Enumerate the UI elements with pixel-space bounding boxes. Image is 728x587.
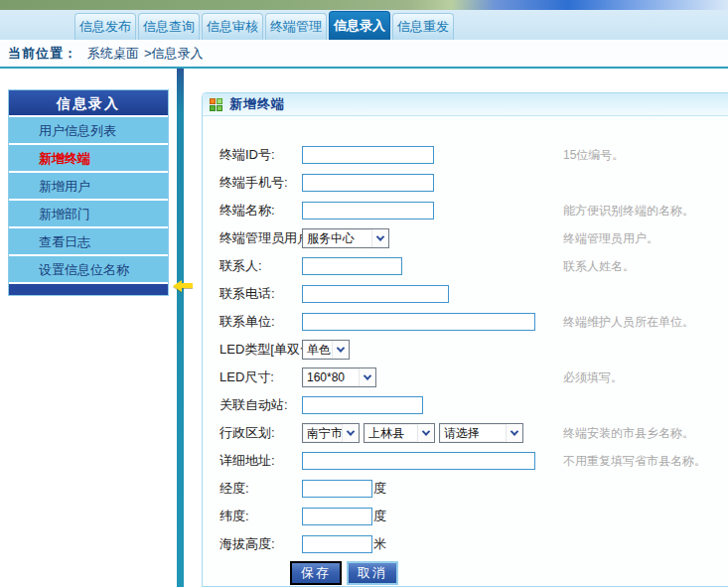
tab-info-query[interactable]: 信息查询: [138, 13, 200, 40]
latitude-field: 度: [302, 508, 563, 525]
admin-region-select-2[interactable]: 上林县: [364, 423, 435, 443]
add-terminal-panel: 新增终端 终端ID号:15位编号。终端手机号:终端名称:能方便识别终端的名称。终…: [202, 92, 728, 587]
contact-unit-input[interactable]: [302, 313, 535, 331]
terminal-admin-label: 终端管理员用户:: [203, 229, 302, 247]
sidebar-item-view-logs[interactable]: 查看日志: [9, 228, 168, 256]
altitude-unit-label: 米: [373, 535, 386, 553]
detail-address-input[interactable]: [302, 452, 535, 470]
terminal-admin-select[interactable]: 服务中心: [302, 228, 389, 248]
contact-phone-input[interactable]: [302, 285, 449, 303]
terminal-id-hint: 15位编号。: [563, 147, 624, 164]
sidebar-title: 信息录入: [9, 90, 168, 117]
contact-phone-field: [302, 285, 563, 303]
breadcrumb-home-link[interactable]: 系统桌面: [87, 46, 139, 61]
terminal-name-hint: 能方便识别终端的名称。: [563, 203, 694, 220]
terminal-name-label: 终端名称:: [203, 202, 302, 220]
admin-region-select-1[interactable]: 南宁市: [302, 423, 360, 443]
breadcrumb-prefix: 当前位置：: [8, 46, 77, 61]
banner-image: [0, 0, 728, 10]
tab-terminal-manage[interactable]: 终端管理: [265, 13, 327, 40]
sidebar-item-add-user[interactable]: 新增用户: [9, 173, 168, 201]
cancel-button[interactable]: 取消: [347, 561, 398, 585]
collapse-arrow-icon[interactable]: [173, 279, 194, 292]
terminal-id-field: [302, 146, 563, 164]
terminal-admin-field: 服务中心: [302, 228, 563, 248]
terminal-name-input[interactable]: [302, 202, 434, 220]
terminal-id-input[interactable]: [302, 146, 434, 164]
tab-info-publish[interactable]: 信息发布: [74, 13, 136, 40]
latitude-input[interactable]: [302, 508, 372, 525]
led-type-select[interactable]: 单色: [302, 340, 350, 360]
led-type-field: 单色: [302, 340, 563, 360]
sidebar-footer-bar: [9, 284, 168, 295]
altitude-field: 米: [302, 535, 563, 553]
panel-header: 新增终端: [203, 93, 728, 116]
form-row-terminal-phone: 终端手机号:: [203, 169, 728, 197]
sidebar-item-set-info-slot-name[interactable]: 设置信息位名称: [9, 256, 168, 284]
form-row-altitude: 海拔高度:米: [203, 530, 728, 558]
contact-person-input[interactable]: [302, 257, 402, 275]
led-size-hint: 必须填写。: [563, 369, 623, 386]
detail-address-hint: 不用重复填写省市县名称。: [563, 453, 706, 470]
form-row-led-type: LED类型[单双色]:单色: [203, 336, 728, 364]
form-row-longitude: 经度:度: [203, 475, 728, 503]
chevron-down-icon: [417, 424, 434, 442]
breadcrumb-separator: >: [144, 46, 152, 61]
contact-unit-label: 联系单位:: [203, 313, 302, 331]
detail-address-field: [302, 452, 563, 470]
admin-region-label: 行政区划:: [203, 424, 302, 442]
led-size-field: 160*80: [302, 367, 563, 387]
form-row-led-size: LED尺寸:160*80必须填写。: [203, 364, 728, 391]
tab-info-entry[interactable]: 信息录入: [329, 11, 390, 40]
sidebar-menu: 信息录入 用户信息列表新增终端新增用户新增部门查看日志设置信息位名称: [8, 89, 169, 296]
tab-info-resend[interactable]: 信息重发: [392, 13, 454, 40]
add-terminal-form: 终端ID号:15位编号。终端手机号:终端名称:能方便识别终端的名称。终端管理员用…: [203, 116, 728, 558]
linked-station-field: [302, 396, 563, 414]
terminal-phone-input[interactable]: [302, 174, 434, 192]
form-row-terminal-admin: 终端管理员用户:服务中心终端管理员用户。: [203, 224, 728, 252]
chevron-down-icon: [506, 424, 522, 442]
form-row-terminal-id: 终端ID号:15位编号。: [203, 141, 728, 169]
led-size-label: LED尺寸:: [203, 368, 302, 386]
form-actions: 保存 取消: [203, 558, 728, 587]
sidebar-item-add-department[interactable]: 新增部门: [9, 201, 168, 228]
selected-value: 上林县: [364, 425, 417, 442]
led-size-select[interactable]: 160*80: [302, 367, 376, 387]
admin-region-hint: 终端安装的市县乡名称。: [563, 425, 694, 442]
latitude-label: 纬度:: [203, 508, 302, 525]
admin-region-select-3[interactable]: 请选择: [439, 423, 523, 443]
form-row-terminal-name: 终端名称:能方便识别终端的名称。: [203, 197, 728, 224]
terminal-phone-field: [302, 174, 563, 192]
terminal-id-label: 终端ID号:: [203, 146, 302, 164]
top-tab-bar: 信息发布信息查询信息审核终端管理信息录入信息重发: [0, 10, 728, 40]
terminal-admin-hint: 终端管理员用户。: [563, 230, 658, 247]
admin-region-field: 南宁市上林县请选择: [302, 423, 563, 443]
altitude-label: 海拔高度:: [203, 535, 302, 553]
terminal-phone-label: 终端手机号:: [203, 174, 302, 192]
linked-station-input[interactable]: [302, 396, 423, 414]
linked-station-label: 关联自动站:: [203, 396, 302, 414]
chevron-down-icon: [332, 341, 349, 359]
longitude-input[interactable]: [302, 480, 372, 498]
sidebar-item-user-info-list[interactable]: 用户信息列表: [9, 117, 168, 145]
led-type-label: LED类型[单双色]:: [203, 341, 302, 359]
tab-info-audit[interactable]: 信息审核: [202, 13, 263, 40]
selected-value: 南宁市: [303, 425, 342, 442]
form-row-admin-region: 行政区划:南宁市上林县请选择终端安装的市县乡名称。: [203, 419, 728, 447]
longitude-unit-label: 度: [373, 480, 386, 498]
form-row-latitude: 纬度:度: [203, 503, 728, 530]
panel-title: 新增终端: [229, 95, 285, 113]
selected-value: 服务中心: [303, 230, 371, 247]
selected-value: 请选择: [440, 425, 506, 442]
longitude-field: 度: [302, 480, 563, 498]
contact-phone-label: 联系电话:: [203, 285, 302, 303]
grid-squares-icon: [210, 98, 222, 111]
form-row-contact-unit: 联系单位:终端维护人员所在单位。: [203, 308, 728, 336]
chevron-down-icon: [371, 229, 388, 247]
breadcrumb: 当前位置：系统桌面>信息录入: [0, 40, 728, 69]
altitude-input[interactable]: [302, 535, 372, 553]
contact-unit-hint: 终端维护人员所在单位。: [563, 314, 694, 331]
contact-person-label: 联系人:: [203, 257, 302, 275]
save-button[interactable]: 保存: [290, 561, 342, 585]
sidebar-item-add-terminal[interactable]: 新增终端: [9, 145, 168, 173]
